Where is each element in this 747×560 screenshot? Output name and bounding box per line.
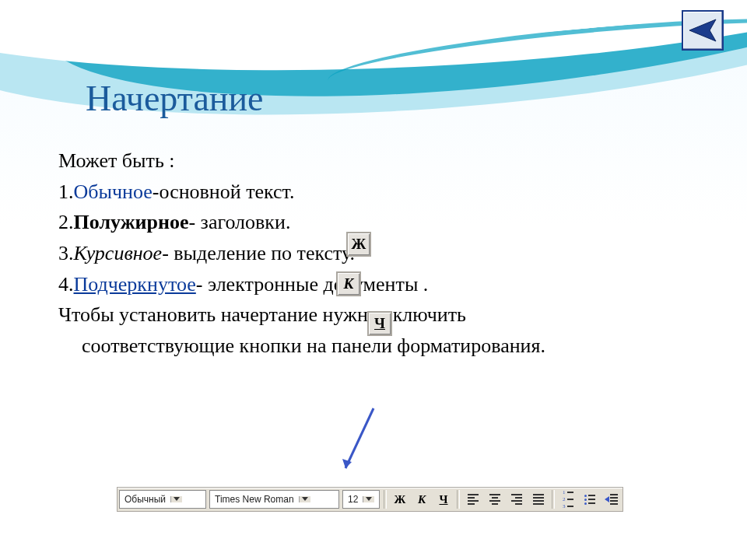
svg-marker-6 (605, 496, 609, 502)
align-right-button[interactable] (507, 490, 527, 509)
italic-icon: К (418, 493, 426, 506)
bold-button[interactable]: Ж (346, 232, 371, 257)
svg-marker-3 (174, 497, 180, 501)
svg-marker-0 (689, 19, 716, 41)
svg-line-1 (345, 408, 374, 468)
numbered-list-button[interactable]: 1 2 3 (558, 490, 578, 509)
slide: Начертание Может быть : 1.Обычное-основн… (0, 0, 747, 560)
chevron-down-icon (170, 496, 182, 502)
chevron-down-icon (363, 496, 374, 502)
align-justify-button[interactable] (528, 490, 549, 509)
bold-icon: Ж (352, 236, 366, 253)
bold-icon: Ж (395, 493, 406, 506)
style-combo-value: Обычный (120, 494, 170, 505)
align-right-icon (511, 494, 522, 505)
style-name-bold: Полужирное (74, 211, 189, 233)
size-combo[interactable]: 12 (342, 490, 380, 509)
align-justify-icon (533, 494, 544, 505)
separator (552, 490, 555, 509)
font-combo-value: Times New Roman (210, 494, 299, 505)
size-combo-value: 12 (343, 494, 363, 505)
toolbar-italic-button[interactable]: К (412, 490, 432, 509)
pointer-arrow-icon (335, 404, 381, 474)
style-name-underline: Подчеркнутое (74, 273, 196, 296)
list-item: 3.Курсивное- выделение по тексту. (58, 239, 696, 268)
italic-button[interactable]: К (336, 271, 361, 296)
numbered-list-icon: 1 2 3 (563, 490, 573, 509)
list-item: 4.Подчеркнутое- электронные документы . (58, 270, 696, 299)
list-item: 1.Обычное-основной текст. (58, 177, 696, 207)
svg-marker-2 (342, 459, 352, 468)
svg-marker-4 (302, 497, 308, 501)
page-title: Начертание (86, 78, 263, 119)
decrease-indent-icon (605, 494, 618, 505)
font-combo[interactable]: Times New Roman (209, 490, 339, 509)
chevron-down-icon (299, 496, 310, 502)
arrow-left-icon (688, 18, 717, 43)
separator (457, 490, 460, 509)
style-combo[interactable]: Обычный (119, 490, 206, 509)
underline-button[interactable]: Ч (367, 311, 392, 336)
separator (384, 490, 387, 509)
toolbar-underline-button[interactable]: Ч (433, 490, 454, 509)
align-center-button[interactable] (485, 490, 505, 509)
bullet-list-button[interactable] (580, 490, 600, 509)
align-left-button[interactable] (463, 490, 483, 509)
align-left-icon (468, 494, 479, 505)
decrease-indent-button[interactable] (601, 490, 622, 509)
underline-icon: Ч (374, 315, 385, 332)
underline-icon: Ч (439, 493, 447, 506)
list-item: 2.Полужирное- заголовки. (58, 208, 696, 237)
back-button[interactable] (682, 10, 724, 51)
bullet-list-icon (584, 495, 595, 505)
italic-icon: К (344, 275, 354, 292)
intro-line: Может быть : (58, 146, 696, 176)
toolbar-bold-button[interactable]: Ж (390, 490, 410, 509)
style-name-regular: Обычное (74, 180, 153, 203)
align-center-icon (489, 494, 500, 505)
style-name-italic: Курсивное (74, 242, 163, 264)
svg-marker-5 (366, 497, 372, 501)
formatting-toolbar: Обычный Times New Roman 12 Ж К Ч 1 2 3 (117, 487, 623, 512)
